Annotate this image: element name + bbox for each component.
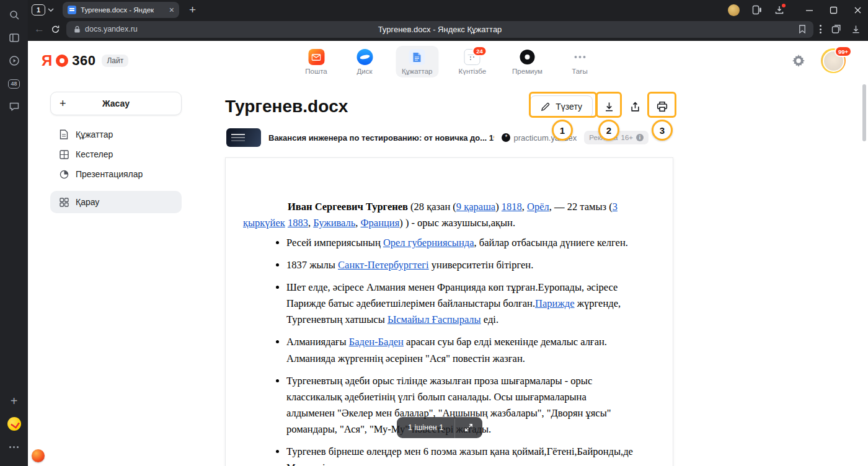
rail-more-icon[interactable] <box>6 438 23 455</box>
search-icon[interactable] <box>6 6 23 24</box>
nav-item-premium[interactable]: Премиум <box>506 46 549 77</box>
edit-button-label: Түзету <box>556 102 582 112</box>
back-icon[interactable]: ← <box>34 23 45 35</box>
rail-badge-label: 48 <box>8 79 19 89</box>
info-icon: i <box>636 134 644 141</box>
sidebar-item-presentations[interactable]: Презентациялар <box>50 165 182 183</box>
fullscreen-expand-icon[interactable] <box>455 417 482 438</box>
window-minimize-button[interactable] <box>805 6 813 14</box>
doc-text-run: Тургенев бірнеше өлеңдер мен 6 поэма жаз… <box>286 446 633 466</box>
doc-text-run: , байлар отбасында дүниеге келген. <box>474 237 627 248</box>
mail-icon <box>308 49 324 65</box>
app-header: Я 360 Лайт Пошта Диск Құжаттар <box>28 41 868 81</box>
table-icon <box>59 149 69 159</box>
browser-promo-icon[interactable] <box>32 449 45 462</box>
downloads-tray-icon[interactable] <box>774 5 784 15</box>
profile-avatar[interactable]: 99+ <box>821 48 846 73</box>
tab-bar: 1 Тургенев.docx - Яндек × + <box>28 0 868 20</box>
settings-gear-icon[interactable] <box>792 55 805 67</box>
doc-bullet-item: Тургенев бірнеше өлеңдер мен 6 поэма жаз… <box>286 444 633 466</box>
doc-link[interactable]: Санкт-Петербургтегі <box>338 259 429 271</box>
doc-text-run: университетін бітірген. <box>429 259 534 271</box>
address-bar[interactable]: docs.yandex.ru Тургенев.docx - Яндекс Құ… <box>66 21 813 38</box>
calendar-icon: 24 <box>464 49 480 65</box>
doc-link[interactable]: Франция <box>361 217 400 229</box>
print-button[interactable] <box>651 95 673 118</box>
download-icon[interactable] <box>851 25 861 34</box>
rail-add-icon[interactable]: + <box>6 392 23 410</box>
plan-badge: Лайт <box>102 55 128 67</box>
nav-item-mail[interactable]: Пошта <box>299 46 334 77</box>
doc-text-run: (28 қазан ( <box>408 201 456 213</box>
window-close-button[interactable] <box>854 6 862 14</box>
yandex-app-icon[interactable] <box>6 415 23 433</box>
nav-item-disk[interactable]: Диск <box>347 46 382 77</box>
doc-text-run: , — 22 тамыз ( <box>549 201 613 213</box>
doc-text-run: 1837 жылы <box>286 259 338 271</box>
address-toolbar: ← docs.yandex.ru Тургенев.docx - Яндекс … <box>28 20 868 41</box>
document-toolbar: Түзету <box>530 95 673 118</box>
ad-title: Вакансия инженера по тестированию: от но… <box>268 133 494 143</box>
tab-panels-icon[interactable] <box>752 5 762 15</box>
doc-link[interactable]: 1818 <box>502 201 522 213</box>
tab-title: Тургенев.docx - Яндек <box>81 6 165 14</box>
collections-icon[interactable] <box>831 24 841 34</box>
doc-link[interactable]: Орёл <box>527 201 549 213</box>
doc-bold-text: Иван Сергеевич Тургенев <box>288 201 408 213</box>
doc-link[interactable]: 1883 <box>288 217 308 229</box>
doc-link[interactable]: 9 қараша <box>456 201 495 213</box>
doc-bullet-item: Алманиядағы Баден-Баден арасан суы бар е… <box>286 334 633 366</box>
doc-text-run: ) ) - орыс жазушысы,ақын. <box>399 217 515 229</box>
doc-link[interactable]: Парижде <box>535 297 574 309</box>
download-file-button[interactable] <box>599 95 619 118</box>
browser-side-rail: 48 + <box>0 0 28 466</box>
scrollbar-thumb[interactable] <box>862 84 866 141</box>
calendar-badge: 24 <box>472 46 487 56</box>
premium-icon <box>520 49 536 65</box>
tabbar-avatar[interactable] <box>728 4 740 16</box>
new-tab-button[interactable]: + <box>189 3 196 17</box>
rail-badge-icon[interactable]: 48 <box>6 75 23 92</box>
more-menu-icon[interactable] <box>820 25 822 33</box>
window-maximize-button[interactable] <box>830 6 838 14</box>
doc-link[interactable]: Буживаль <box>313 217 355 229</box>
doc-link[interactable]: Орел губерниясында <box>383 237 474 248</box>
sidebar-item-tables[interactable]: Кестелер <box>50 145 182 164</box>
tab-close-icon[interactable]: × <box>169 6 174 14</box>
document-icon <box>59 130 69 139</box>
doc-text-run: , <box>355 217 360 229</box>
create-button[interactable]: + Жасау <box>50 92 182 115</box>
doc-text-run: , <box>522 201 527 213</box>
sidebar-item-documents[interactable]: Құжаттар <box>50 125 182 144</box>
advertiser-logo-icon: * <box>502 133 510 142</box>
browser-tab[interactable]: Тургенев.docx - Яндек × <box>63 2 179 18</box>
nav-item-more[interactable]: Тағы <box>562 46 597 77</box>
app-nav: Пошта Диск Құжаттар 24 Күнтізбе <box>299 46 597 77</box>
bookmark-icon[interactable] <box>799 25 806 33</box>
logo-360-text: 360 <box>72 53 95 69</box>
docs-sidebar: + Жасау Құжаттар Кестелер <box>28 81 225 466</box>
ad-source-label: practicum.yandex <box>513 133 577 143</box>
pencil-icon <box>541 102 550 112</box>
doc-link[interactable]: Баден-Баден <box>349 336 404 348</box>
tab-group-count: 1 <box>32 4 45 15</box>
docs-icon <box>409 49 425 65</box>
side-panel-icon[interactable] <box>6 29 23 46</box>
video-play-icon[interactable] <box>6 52 23 69</box>
nav-item-docs[interactable]: Құжаттар <box>396 46 438 77</box>
doc-text-run: еді. <box>481 314 498 325</box>
doc-text-run: Алманиядағы <box>286 336 349 348</box>
url-text: docs.yandex.ru <box>85 25 138 33</box>
refresh-icon[interactable] <box>51 25 60 34</box>
logo-circle-icon <box>56 55 68 67</box>
edit-button[interactable]: Түзету <box>530 95 593 118</box>
doc-link[interactable]: Ысмайыл Ғаспыралы <box>388 314 481 325</box>
sidebar-item-view[interactable]: Қарау <box>50 191 182 213</box>
tab-group-button[interactable]: 1 <box>32 4 54 15</box>
share-button[interactable] <box>625 95 645 118</box>
nav-item-calendar[interactable]: 24 Күнтізбе <box>452 46 492 77</box>
yandex-360-logo[interactable]: Я 360 Лайт <box>42 52 128 69</box>
ad-banner[interactable]: Вакансия инженера по тестированию: от но… <box>225 128 673 147</box>
doc-bullet-item: Шет елде, әсіресе Алмания менен Францияд… <box>286 279 633 328</box>
chat-icon[interactable] <box>6 98 23 115</box>
